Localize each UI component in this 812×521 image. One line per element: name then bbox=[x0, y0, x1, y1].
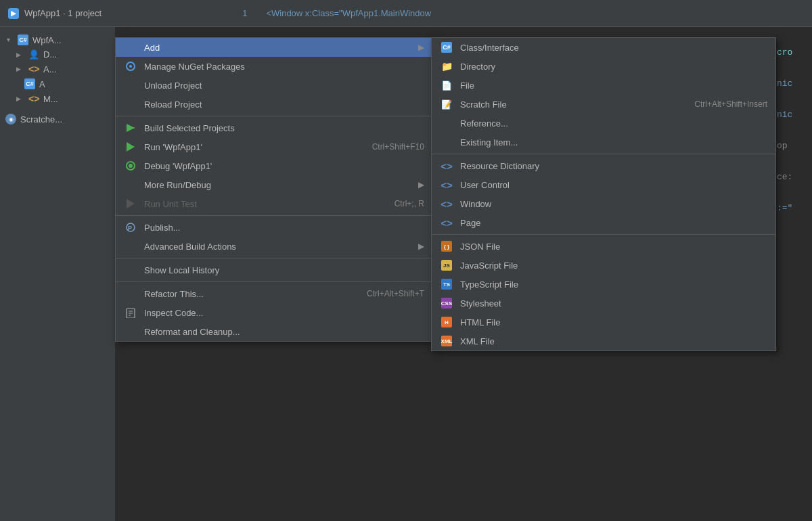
menu-item-resource-dict[interactable]: <> Resource Dictionary bbox=[432, 156, 775, 175]
chevron-right-icon3: ▶ bbox=[16, 95, 24, 102]
menu-item-directory-label: Directory bbox=[460, 62, 495, 72]
scratch-icon: ◉ bbox=[5, 114, 16, 124]
menu-item-file[interactable]: 📄 File bbox=[432, 76, 775, 95]
sidebar-item-project[interactable]: ▼ C# WpfA... bbox=[0, 32, 115, 47]
menu-item-class[interactable]: C# Class/Interface bbox=[432, 38, 775, 57]
cs-icon2: C# bbox=[24, 78, 35, 89]
separator-1 bbox=[116, 116, 432, 116]
unit-test-icon bbox=[124, 199, 137, 208]
separator-3 bbox=[116, 258, 432, 258]
file-icon: 📄 bbox=[440, 81, 453, 91]
run-icon bbox=[124, 142, 137, 152]
menu-item-history[interactable]: Show Local History bbox=[116, 260, 432, 279]
separator-4 bbox=[116, 281, 432, 282]
scratch-file-icon: 📝 bbox=[440, 99, 453, 110]
menu-item-run[interactable]: Run 'WpfApp1' Ctrl+Shift+F10 bbox=[116, 137, 432, 156]
menu-item-window-label: Window bbox=[460, 199, 491, 209]
menu-item-advanced-build[interactable]: Advanced Build Actions ▶ bbox=[116, 237, 432, 256]
code-line-4: op bbox=[777, 131, 792, 162]
menu-item-resource-dict-label: Resource Dictionary bbox=[460, 161, 539, 171]
menu-item-reformat[interactable]: Reformat and Cleanup... bbox=[116, 322, 432, 341]
menu-item-js-label: JavaScript File bbox=[460, 260, 518, 271]
menu-item-json[interactable]: { } JSON File bbox=[432, 237, 775, 256]
menu-item-reload-label: Reload Project bbox=[144, 99, 202, 110]
menu-item-html[interactable]: H HTML File bbox=[432, 313, 775, 332]
menu-item-existing[interactable]: Existing Item... bbox=[432, 133, 775, 152]
user-control-icon: <> bbox=[440, 179, 453, 191]
sidebar-item-a1[interactable]: ▶ <> A... bbox=[0, 62, 115, 76]
debug-icon bbox=[124, 161, 137, 171]
sidebar-item-d[interactable]: ▶ 👤 D... bbox=[0, 47, 115, 62]
sidebar-item-a-cs[interactable]: C# A bbox=[0, 76, 115, 91]
menu-item-add[interactable]: Add ▶ bbox=[116, 38, 432, 57]
menu-item-reformat-label: Reformat and Cleanup... bbox=[144, 327, 240, 337]
menu-item-inspect-label: Inspect Code... bbox=[144, 308, 203, 318]
menu-item-existing-label: Existing Item... bbox=[460, 137, 518, 148]
inspect-icon bbox=[124, 307, 137, 318]
menu-item-inspect[interactable]: Inspect Code... bbox=[116, 303, 432, 322]
chevron-right-icon2: ▶ bbox=[16, 66, 24, 72]
menu-item-page-label: Page bbox=[460, 218, 480, 228]
code-right-area: cro nic nic op ce: :=" bbox=[777, 37, 792, 224]
menu-item-publish[interactable]: P Publish... bbox=[116, 218, 432, 237]
svg-text:P: P bbox=[128, 225, 132, 231]
menu-item-debug[interactable]: Debug 'WpfApp1' bbox=[116, 156, 432, 175]
menu-item-xml[interactable]: XML XML File bbox=[432, 332, 775, 350]
separator-2 bbox=[116, 215, 432, 216]
chevron-right-icon: ▶ bbox=[16, 51, 24, 58]
top-bar: ▶ WpfApp1 · 1 project 1 <Window x:Class=… bbox=[0, 0, 812, 27]
sidebar-scratch-label: Scratche... bbox=[20, 114, 62, 124]
menu-item-directory[interactable]: 📁 Directory bbox=[432, 57, 775, 76]
menu-item-ts-label: TypeScript File bbox=[460, 279, 518, 290]
menu-item-json-label: JSON File bbox=[460, 242, 500, 252]
project-title: WpfApp1 · 1 project bbox=[24, 8, 102, 18]
person-icon: 👤 bbox=[28, 49, 39, 60]
menu-item-window[interactable]: <> Window bbox=[432, 194, 775, 213]
sidebar-item-m-label: M... bbox=[43, 94, 58, 104]
sidebar-item-scratches[interactable]: ◉ Scratche... bbox=[0, 112, 115, 127]
sidebar-item-a-cs-label: A bbox=[39, 79, 45, 89]
class-icon: C# bbox=[440, 42, 453, 53]
menu-item-css[interactable]: CSS Stylesheet bbox=[432, 294, 775, 313]
menu-item-nuget[interactable]: Manage NuGet Packages bbox=[116, 57, 432, 76]
menu-item-reference[interactable]: Reference... bbox=[432, 114, 775, 133]
html-icon: H bbox=[440, 317, 453, 327]
menu-item-reload[interactable]: Reload Project bbox=[116, 95, 432, 114]
sidebar-item-m[interactable]: ▶ <> M... bbox=[0, 91, 115, 106]
menu-item-scratch-file[interactable]: 📝 Scratch File Ctrl+Alt+Shift+Insert bbox=[432, 95, 775, 114]
page-icon: <> bbox=[440, 217, 453, 229]
menu-item-run-label: Run 'WpfApp1' bbox=[144, 142, 202, 152]
publish-icon: P bbox=[124, 222, 137, 233]
menu-item-xml-label: XML File bbox=[460, 336, 495, 346]
menu-item-refactor[interactable]: Refactor This... Ctrl+Alt+Shift+T bbox=[116, 284, 432, 303]
bracket-icon2: <> bbox=[28, 93, 39, 104]
menu-item-publish-label: Publish... bbox=[144, 223, 180, 233]
ts-icon: TS bbox=[440, 279, 453, 290]
menu-item-nuget-label: Manage NuGet Packages bbox=[144, 62, 245, 72]
code-line-6: :=" bbox=[777, 193, 792, 224]
right-separator-2 bbox=[432, 234, 775, 235]
more-run-arrow-icon: ▶ bbox=[418, 180, 424, 189]
menu-item-js[interactable]: JS JavaScript File bbox=[432, 256, 775, 275]
advanced-build-arrow-icon: ▶ bbox=[418, 242, 424, 251]
code-line-3: nic bbox=[777, 99, 792, 131]
menu-item-advanced-build-label: Advanced Build Actions bbox=[144, 242, 236, 252]
menu-item-css-label: Stylesheet bbox=[460, 298, 501, 309]
menu-item-html-label: HTML File bbox=[460, 317, 500, 327]
add-arrow-icon: ▶ bbox=[418, 43, 424, 52]
sidebar-item-label: WpfA... bbox=[32, 35, 62, 45]
menu-item-ts[interactable]: TS TypeScript File bbox=[432, 275, 775, 294]
directory-icon: 📁 bbox=[440, 61, 453, 72]
build-icon bbox=[124, 122, 137, 133]
menu-item-build-label: Build Selected Projects bbox=[144, 123, 235, 133]
resource-dict-icon: <> bbox=[440, 160, 453, 172]
sidebar-item-d-label: D... bbox=[43, 49, 57, 60]
menu-item-user-control[interactable]: <> User Control bbox=[432, 175, 775, 194]
menu-item-page[interactable]: <> Page bbox=[432, 213, 775, 232]
menu-item-unload-label: Unload Project bbox=[144, 81, 202, 91]
menu-item-build[interactable]: Build Selected Projects bbox=[116, 118, 432, 137]
app-icon: ▶ bbox=[8, 8, 19, 19]
menu-item-more-run[interactable]: More Run/Debug ▶ bbox=[116, 175, 432, 194]
menu-item-unload[interactable]: Unload Project bbox=[116, 76, 432, 95]
menu-item-add-label: Add bbox=[144, 43, 160, 53]
